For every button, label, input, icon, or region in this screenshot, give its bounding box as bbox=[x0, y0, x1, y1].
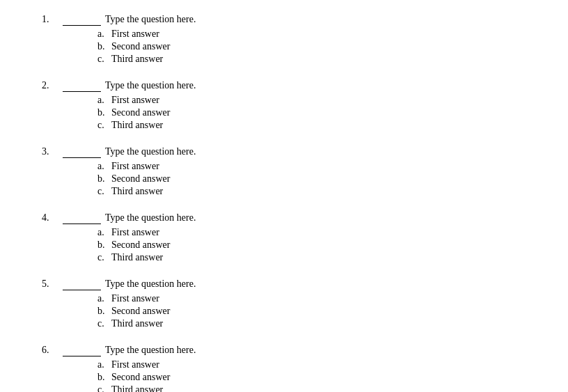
question-number-5: 5. bbox=[42, 279, 63, 290]
answer-letter-5-1: a. bbox=[97, 293, 111, 304]
question-text-2: Type the question here. bbox=[105, 80, 196, 91]
answer-letter-1-2: b. bbox=[97, 41, 111, 52]
answer-item-6-3: c.Third answer bbox=[97, 384, 526, 392]
answer-letter-2-3: c. bbox=[97, 120, 111, 131]
question-text-4: Type the question here. bbox=[105, 212, 196, 224]
answer-item-3-2: b.Second answer bbox=[97, 173, 526, 185]
answer-letter-3-3: c. bbox=[97, 186, 111, 197]
answer-text-1-1: First answer bbox=[111, 29, 159, 40]
question-text-6: Type the question here. bbox=[105, 345, 196, 356]
question-blank-4 bbox=[63, 212, 101, 224]
answer-letter-6-3: c. bbox=[97, 384, 111, 392]
answer-item-3-1: a.First answer bbox=[97, 161, 526, 172]
answer-item-5-1: a.First answer bbox=[97, 293, 526, 304]
question-blank-3 bbox=[63, 146, 101, 158]
question-blank-6 bbox=[63, 345, 101, 356]
question-block-4: 4. Type the question here.a.First answer… bbox=[42, 212, 526, 263]
question-text-5: Type the question here. bbox=[105, 279, 196, 290]
question-blank-1 bbox=[63, 14, 101, 26]
answer-list-3: a.First answerb.Second answerc.Third ans… bbox=[42, 161, 526, 197]
answer-list-2: a.First answerb.Second answerc.Third ans… bbox=[42, 95, 526, 131]
answer-item-5-2: b.Second answer bbox=[97, 306, 526, 317]
answer-text-4-3: Third answer bbox=[111, 252, 163, 263]
answer-letter-2-1: a. bbox=[97, 95, 111, 106]
question-line-1: 1. Type the question here. bbox=[42, 14, 526, 26]
answer-text-4-1: First answer bbox=[111, 227, 159, 238]
answer-text-4-2: Second answer bbox=[111, 240, 170, 251]
answer-text-3-2: Second answer bbox=[111, 173, 170, 185]
question-number-6: 6. bbox=[42, 345, 63, 356]
question-blank-5 bbox=[63, 279, 101, 290]
answer-text-1-3: Third answer bbox=[111, 54, 163, 65]
question-number-4: 4. bbox=[42, 212, 63, 224]
question-block-1: 1. Type the question here.a.First answer… bbox=[42, 14, 526, 65]
answer-letter-3-1: a. bbox=[97, 161, 111, 172]
answer-item-6-2: b.Second answer bbox=[97, 372, 526, 383]
answer-text-6-1: First answer bbox=[111, 359, 159, 370]
question-line-6: 6. Type the question here. bbox=[42, 345, 526, 356]
answer-text-3-1: First answer bbox=[111, 161, 159, 172]
question-text-1: Type the question here. bbox=[105, 14, 196, 25]
answer-text-5-1: First answer bbox=[111, 293, 159, 304]
answer-letter-1-1: a. bbox=[97, 29, 111, 40]
answer-text-2-1: First answer bbox=[111, 95, 159, 106]
answer-text-2-3: Third answer bbox=[111, 120, 163, 131]
answer-text-5-2: Second answer bbox=[111, 306, 170, 317]
answer-list-6: a.First answerb.Second answerc.Third ans… bbox=[42, 359, 526, 392]
answer-letter-4-2: b. bbox=[97, 240, 111, 251]
question-line-2: 2. Type the question here. bbox=[42, 80, 526, 92]
answer-item-1-1: a.First answer bbox=[97, 29, 526, 40]
answer-text-3-3: Third answer bbox=[111, 186, 163, 197]
answer-list-1: a.First answerb.Second answerc.Third ans… bbox=[42, 29, 526, 65]
answer-letter-4-1: a. bbox=[97, 227, 111, 238]
question-block-5: 5. Type the question here.a.First answer… bbox=[42, 279, 526, 329]
question-blank-2 bbox=[63, 80, 101, 92]
question-number-2: 2. bbox=[42, 80, 63, 91]
answer-text-1-2: Second answer bbox=[111, 41, 170, 52]
answer-item-2-2: b.Second answer bbox=[97, 107, 526, 118]
answer-letter-6-2: b. bbox=[97, 372, 111, 383]
answer-letter-1-3: c. bbox=[97, 54, 111, 65]
question-block-3: 3. Type the question here.a.First answer… bbox=[42, 146, 526, 197]
answer-item-1-3: c.Third answer bbox=[97, 54, 526, 65]
question-line-3: 3. Type the question here. bbox=[42, 146, 526, 158]
answer-item-4-3: c.Third answer bbox=[97, 252, 526, 263]
answer-text-6-2: Second answer bbox=[111, 372, 170, 383]
answer-letter-5-3: c. bbox=[97, 318, 111, 329]
question-block-6: 6. Type the question here.a.First answer… bbox=[42, 345, 526, 392]
question-line-4: 4. Type the question here. bbox=[42, 212, 526, 224]
answer-item-2-1: a.First answer bbox=[97, 95, 526, 106]
answer-item-3-3: c.Third answer bbox=[97, 186, 526, 197]
answer-item-4-1: a.First answer bbox=[97, 227, 526, 238]
answer-item-2-3: c.Third answer bbox=[97, 120, 526, 131]
question-number-3: 3. bbox=[42, 146, 63, 157]
question-block-2: 2. Type the question here.a.First answer… bbox=[42, 80, 526, 131]
answer-text-2-2: Second answer bbox=[111, 107, 170, 118]
question-number-1: 1. bbox=[42, 14, 63, 25]
answer-letter-5-2: b. bbox=[97, 306, 111, 317]
answer-text-6-3: Third answer bbox=[111, 384, 163, 392]
answer-text-5-3: Third answer bbox=[111, 318, 163, 329]
answer-list-4: a.First answerb.Second answerc.Third ans… bbox=[42, 227, 526, 263]
question-line-5: 5. Type the question here. bbox=[42, 279, 526, 290]
answer-letter-2-2: b. bbox=[97, 107, 111, 118]
question-text-3: Type the question here. bbox=[105, 146, 196, 157]
questions-container: 1. Type the question here.a.First answer… bbox=[42, 14, 526, 392]
answer-item-4-2: b.Second answer bbox=[97, 240, 526, 251]
answer-item-6-1: a.First answer bbox=[97, 359, 526, 370]
answer-list-5: a.First answerb.Second answerc.Third ans… bbox=[42, 293, 526, 329]
answer-letter-6-1: a. bbox=[97, 359, 111, 370]
answer-item-5-3: c.Third answer bbox=[97, 318, 526, 329]
answer-letter-3-2: b. bbox=[97, 173, 111, 185]
answer-item-1-2: b.Second answer bbox=[97, 41, 526, 52]
answer-letter-4-3: c. bbox=[97, 252, 111, 263]
